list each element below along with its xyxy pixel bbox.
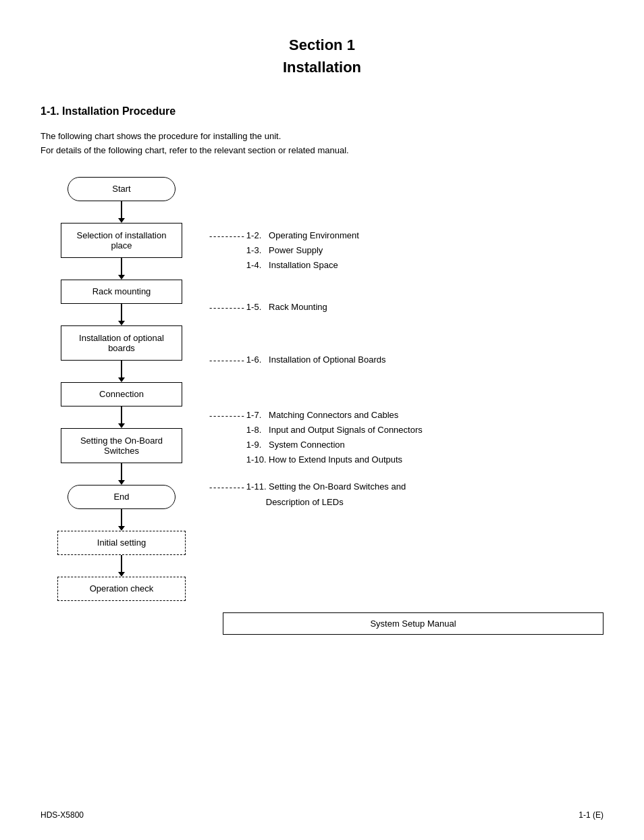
system-setup-box: System Setup Manual: [223, 612, 603, 635]
dashes-2: - - - - - - - - -: [209, 300, 244, 315]
arrow-head: [118, 423, 125, 428]
connection-box: Connection: [61, 382, 182, 406]
dashes-3: - - - - - - - - -: [209, 352, 244, 367]
arrow-line: [121, 258, 122, 275]
arrow-line: [121, 509, 122, 526]
subsection-title: 1-1. Installation Procedure: [41, 105, 603, 117]
annot-selection-text: 1-2. Operating Environment 1-3. Power Su…: [246, 228, 359, 273]
spacer-3: [209, 315, 603, 350]
section-title-line2: Installation: [283, 59, 361, 76]
optional-boards-box: Installation of optional boards: [61, 325, 182, 361]
annot-switches-text: 1-11. Setting the On-Board Switches and …: [246, 479, 406, 509]
annot-connection-text: 1-7. Matching Connectors and Cables 1-8.…: [246, 408, 423, 467]
selection-box: Selection of installation place: [61, 223, 182, 258]
arrow-head: [118, 526, 125, 531]
arrow-head: [118, 572, 125, 577]
section-title: Section 1 Installation: [41, 34, 603, 78]
annot-optional-line1: 1-6. Installation of Optional Boards: [246, 352, 386, 367]
annot-switches: - - - - - - - - - 1-11. Setting the On-B…: [209, 479, 603, 509]
arrow-2: [118, 258, 125, 280]
annot-conn-line2: 1-8. Input and Output Signals of Connect…: [246, 423, 423, 438]
arrow-line: [121, 304, 122, 321]
arrow-4: [118, 361, 125, 382]
section-title-line1: Section 1: [289, 36, 355, 53]
footer: HDS-X5800 1-1 (E): [41, 810, 603, 820]
spacer-1: [209, 177, 603, 223]
rack-box: Rack mounting: [61, 280, 182, 304]
annot-conn-line4: 1-10. How to Extend Inputs and Outputs: [246, 452, 423, 467]
annot-conn-line1: 1-7. Matching Connectors and Cables: [246, 408, 423, 423]
annot-switches-line1: 1-11. Setting the On-Board Switches and: [246, 479, 406, 494]
flow-left-column: Start Selection of installation place Ra…: [54, 177, 189, 601]
arrow-3: [118, 304, 125, 325]
arrow-line: [121, 406, 122, 423]
footer-right: 1-1 (E): [579, 810, 603, 820]
annot-selection-line1: 1-2. Operating Environment: [246, 228, 359, 243]
annot-selection-line3: 1-4. Installation Space: [246, 258, 359, 273]
annot-selection-line2: 1-3. Power Supply: [246, 243, 359, 258]
arrow-head: [118, 275, 125, 280]
annot-rack: - - - - - - - - - 1-5. Rack Mounting: [209, 300, 603, 315]
arrow-6: [118, 463, 125, 485]
operation-check-box: Operation check: [57, 577, 186, 601]
annot-conn-line3: 1-9. System Connection: [246, 438, 423, 452]
annot-selection: - - - - - - - - - 1-2. Operating Environ…: [209, 228, 603, 273]
footer-left: HDS-X5800: [41, 810, 84, 820]
intro-line2: For details of the following chart, refe…: [41, 144, 603, 158]
page: Section 1 Installation 1-1. Installation…: [0, 0, 644, 840]
annot-rack-text: 1-5. Rack Mounting: [246, 300, 327, 315]
annot-switches-line2: Description of LEDs: [246, 495, 406, 510]
arrow-head: [118, 218, 125, 223]
dashes-4: - - - - - - - - -: [209, 408, 244, 423]
arrow-line: [121, 361, 122, 377]
spacer-6: [209, 510, 603, 604]
spacer-2: [209, 273, 603, 297]
dashes-1: - - - - - - - - -: [209, 228, 244, 243]
flow-right-column: - - - - - - - - - 1-2. Operating Environ…: [196, 177, 603, 635]
arrow-head: [118, 377, 125, 382]
arrow-1: [118, 201, 125, 223]
annot-connection: - - - - - - - - - 1-7. Matching Connecto…: [209, 408, 603, 467]
arrow-8: [118, 555, 125, 577]
spacer-4: [209, 367, 603, 405]
dashes-5: - - - - - - - - -: [209, 479, 244, 494]
arrow-7: [118, 509, 125, 531]
arrow-head: [118, 480, 125, 485]
annot-optional: - - - - - - - - - 1-6. Installation of O…: [209, 352, 603, 367]
arrow-line: [121, 555, 122, 572]
start-box: Start: [68, 177, 176, 201]
flowchart: Start Selection of installation place Ra…: [54, 177, 603, 635]
intro-line1: The following chart shows the procedure …: [41, 130, 603, 144]
annot-optional-text: 1-6. Installation of Optional Boards: [246, 352, 386, 367]
initial-setting-box: Initial setting: [57, 531, 186, 555]
arrow-line: [121, 201, 122, 218]
intro-text: The following chart shows the procedure …: [41, 130, 603, 158]
annot-rack-line1: 1-5. Rack Mounting: [246, 300, 327, 315]
arrow-line: [121, 463, 122, 480]
arrow-5: [118, 406, 125, 428]
end-box: End: [68, 485, 176, 509]
spacer-5: [209, 467, 603, 477]
arrow-head: [118, 321, 125, 325]
switches-box: Setting the On-Board Switches: [61, 428, 182, 463]
